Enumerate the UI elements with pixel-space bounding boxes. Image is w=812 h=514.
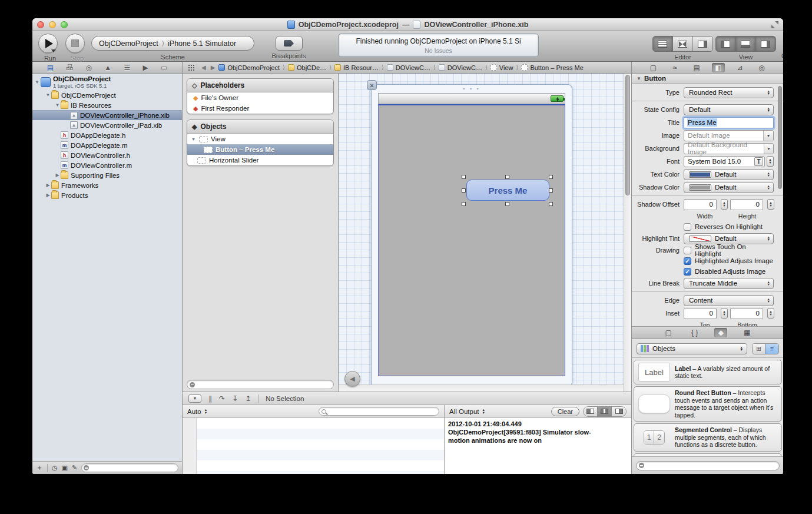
width-stepper[interactable]: ▲▼ (721, 199, 728, 210)
related-items-icon[interactable] (188, 65, 195, 71)
scm-status-icon[interactable]: ▣ (62, 464, 68, 472)
library-item-label[interactable]: Label Label – A variably sized amount of… (634, 360, 782, 384)
file-template-library-icon[interactable]: ▢ (662, 328, 675, 337)
canvas-vertical-scrollbar[interactable] (624, 74, 631, 392)
library-popup[interactable]: Objects ▲▼ (637, 343, 747, 354)
run-button[interactable] (38, 34, 58, 53)
nav-item-viewcontroller-h[interactable]: hDOViewController.h (32, 150, 182, 160)
resize-handle-nw[interactable] (462, 175, 466, 179)
list-view-button[interactable]: ≡ (765, 344, 778, 354)
library-item-segmented-control[interactable]: 12 Segmented Control – Displays multiple… (634, 423, 782, 452)
highlight-tint-swatch[interactable] (689, 236, 711, 242)
dock-collapse-button[interactable]: ◀ (344, 371, 360, 387)
connections-inspector-icon[interactable]: ◎ (755, 63, 768, 72)
variables-list[interactable] (183, 418, 444, 474)
nav-item-ib-resources[interactable]: ▼IB Resources (32, 100, 182, 110)
run-dropdown-caret[interactable] (51, 49, 56, 52)
text-color-swatch[interactable] (689, 171, 711, 178)
ib-canvas[interactable]: × • • • Press Me ◀ (339, 74, 631, 392)
height-stepper[interactable]: ▲▼ (767, 199, 774, 210)
files-owner-item[interactable]: ◆File's Owner (187, 92, 333, 103)
font-field[interactable]: System Bold 15.0T (684, 156, 765, 167)
file-inspector-icon[interactable]: ▢ (647, 63, 659, 72)
first-responder-item[interactable]: ◆First Responder (187, 103, 333, 114)
console-output-popup[interactable]: All Output (449, 408, 479, 415)
main-view[interactable] (378, 104, 565, 376)
resize-handle-s[interactable] (505, 202, 509, 206)
fullscreen-icon[interactable] (771, 21, 778, 28)
disabled-adjusts-checkbox[interactable]: ✓ (684, 268, 691, 276)
media-library-icon[interactable]: ▦ (741, 328, 754, 337)
log-navigator-icon[interactable]: ▭ (161, 64, 167, 72)
highlight-tint-popup[interactable]: Default▲▼ (684, 233, 774, 244)
scrollbar-thumb[interactable] (625, 75, 630, 195)
symbol-navigator-icon[interactable]: 品 (66, 62, 73, 72)
scrollbar-thumb[interactable] (778, 86, 782, 189)
step-into-icon[interactable]: ↧ (232, 394, 238, 403)
nav-item-products[interactable]: ▶Products (32, 190, 182, 200)
edge-popup[interactable]: Content▲▼ (684, 295, 774, 306)
disclosure-triangle[interactable]: ▼ (637, 76, 641, 81)
console-clear-button[interactable]: Clear (551, 407, 579, 416)
add-button[interactable]: ＋ (36, 463, 43, 473)
image-combo[interactable]: Default Image▼ (684, 130, 774, 141)
project-row[interactable]: ▼ ObjCDemoProject 1 target, iOS SDK 5.1 (32, 74, 182, 90)
scheme-selector[interactable]: ObjCDemoProject ⟩ iPhone 5.1 Simulator (91, 36, 254, 51)
disclosure-triangle[interactable]: ▼ (55, 102, 60, 108)
inset-bottom-field[interactable]: 0 (730, 308, 763, 319)
shadow-offset-width-field[interactable]: 0 (684, 199, 717, 210)
recent-files-icon[interactable]: ◷ (52, 464, 58, 472)
slider-object-item[interactable]: Horizontal Slider (187, 155, 333, 165)
nav-item-viewcontroller-m[interactable]: mDOViewController.m (32, 160, 182, 170)
attributes-inspector-icon[interactable]: ◧ (712, 63, 725, 72)
nav-item-group[interactable]: ▼ObjCDemoProject (32, 90, 182, 100)
nav-item-supporting-files[interactable]: ▶Supporting Files (32, 170, 182, 180)
code-snippet-library-icon[interactable]: { } (688, 328, 701, 337)
resize-handle-sw[interactable] (462, 202, 466, 206)
disclosure-triangle[interactable]: ▼ (35, 79, 39, 85)
dock-filter-field[interactable] (187, 380, 334, 389)
search-navigator-icon[interactable]: ◎ (86, 64, 92, 72)
resize-handle-ne[interactable] (549, 175, 553, 179)
view-navigator-toggle[interactable] (716, 37, 736, 51)
text-color-popup[interactable]: Default▲▼ (684, 169, 774, 180)
grid-view-button[interactable]: ⊞ (753, 344, 765, 354)
shows-touch-checkbox[interactable]: ✓ (684, 247, 691, 254)
title-field[interactable]: Press Me (684, 117, 774, 128)
breadcrumb-view[interactable]: View (490, 64, 513, 71)
project-navigator-icon[interactable]: ▤ (47, 64, 54, 72)
debug-dock-menu-button[interactable]: ▼ (188, 394, 201, 403)
canvas-horizontal-scrollbar[interactable] (339, 384, 624, 392)
disclosure-triangle[interactable]: ▼ (45, 92, 51, 98)
step-over-icon[interactable]: ↷ (219, 394, 225, 403)
console-log[interactable]: 2012-10-01 21:49:04.449ObjCDemoProject[3… (445, 418, 631, 474)
inspector-scrollbar[interactable] (777, 84, 783, 326)
font-size-stepper[interactable]: ▲▼ (767, 156, 774, 167)
show-console-only-button[interactable] (612, 407, 626, 416)
show-both-button[interactable] (598, 407, 612, 416)
view-object-item[interactable]: ▼View (187, 134, 333, 144)
resize-handle-e[interactable] (549, 188, 553, 193)
breadcrumb-project[interactable]: ObjCDemoProject (218, 64, 280, 71)
inset-bottom-stepper[interactable]: ▲▼ (767, 308, 774, 319)
editor-version-button[interactable] (692, 37, 712, 51)
breakpoint-navigator-icon[interactable]: ▶ (142, 64, 148, 72)
view-debug-toggle[interactable] (736, 37, 756, 51)
button-object-item[interactable]: Button – Press Me (187, 144, 333, 155)
shadow-offset-height-field[interactable]: 0 (730, 199, 763, 210)
dropdown-arrow-icon[interactable]: ▼ (763, 131, 773, 141)
breakpoints-button[interactable] (276, 36, 303, 51)
type-popup[interactable]: Rounded Rect▲▼ (684, 87, 774, 98)
step-out-icon[interactable]: ↥ (245, 394, 251, 403)
stop-button[interactable] (65, 34, 85, 53)
library-item-round-rect-button[interactable]: Round Rect Button – Intercepts touch eve… (634, 386, 782, 422)
disclosure-triangle[interactable]: ▶ (45, 193, 51, 198)
editor-assistant-button[interactable] (673, 37, 693, 51)
breadcrumb-xib[interactable]: DOViewC… (387, 64, 430, 71)
variables-search-field[interactable] (319, 407, 439, 416)
background-combo[interactable]: Default Background Image▼ (684, 143, 774, 154)
resize-handle-n[interactable] (505, 175, 509, 179)
inset-top-stepper[interactable]: ▲▼ (721, 308, 728, 319)
press-me-button[interactable]: Press Me (466, 180, 549, 201)
editor-standard-button[interactable] (653, 37, 673, 51)
